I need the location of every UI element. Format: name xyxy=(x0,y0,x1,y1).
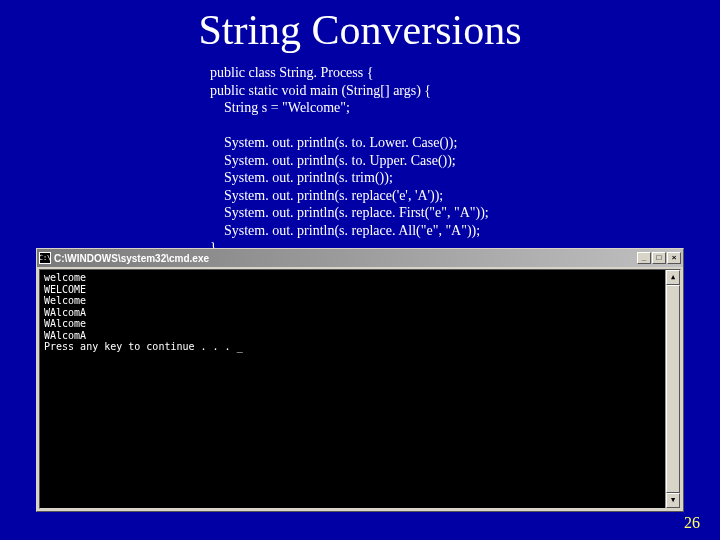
console-line: welcome xyxy=(44,272,676,284)
code-line: System. out. println(s. replace('e', 'A'… xyxy=(224,187,720,205)
console-window: C:\ C:\WINDOWS\system32\cmd.exe _ □ × we… xyxy=(36,248,684,512)
maximize-button[interactable]: □ xyxy=(652,252,666,264)
console-line: WAlcomA xyxy=(44,307,676,319)
close-button[interactable]: × xyxy=(667,252,681,264)
scroll-thumb[interactable] xyxy=(666,285,680,493)
scroll-up-icon[interactable]: ▲ xyxy=(666,270,680,285)
cmd-icon: C:\ xyxy=(39,255,52,262)
code-line xyxy=(210,117,720,135)
code-line: System. out. println(s. trim()); xyxy=(224,169,720,187)
console-output: welcome WELCOME Welcome WAlcomA WAlcome … xyxy=(39,269,681,509)
code-line: public class String. Process { xyxy=(210,64,720,82)
window-title: C:\WINDOWS\system32\cmd.exe xyxy=(54,253,637,264)
scroll-down-icon[interactable]: ▼ xyxy=(666,493,680,508)
code-line: System. out. println(s. replace. First("… xyxy=(224,204,720,222)
code-line: System. out. println(s. replace. All("e"… xyxy=(224,222,720,240)
code-line: System. out. println(s. to. Lower. Case(… xyxy=(224,134,720,152)
minimize-button[interactable]: _ xyxy=(637,252,651,264)
slide-title: String Conversions xyxy=(0,0,720,64)
window-icon: C:\ xyxy=(39,252,51,264)
code-line: System. out. println(s. to. Upper. Case(… xyxy=(224,152,720,170)
console-line: WELCOME xyxy=(44,284,676,296)
console-line: WAlcomA xyxy=(44,330,676,342)
window-controls: _ □ × xyxy=(637,252,681,264)
console-line: Welcome xyxy=(44,295,676,307)
window-titlebar: C:\ C:\WINDOWS\system32\cmd.exe _ □ × xyxy=(37,249,683,267)
console-line: Press any key to continue . . . _ xyxy=(44,341,676,353)
page-number: 26 xyxy=(684,514,700,532)
scrollbar[interactable]: ▲ ▼ xyxy=(665,270,680,508)
scroll-track[interactable] xyxy=(666,285,680,493)
code-line: String s = "Welcome"; xyxy=(224,99,720,117)
console-line: WAlcome xyxy=(44,318,676,330)
code-line: public static void main (String[] args) … xyxy=(210,82,720,100)
code-block: public class String. Process { public st… xyxy=(210,64,720,274)
